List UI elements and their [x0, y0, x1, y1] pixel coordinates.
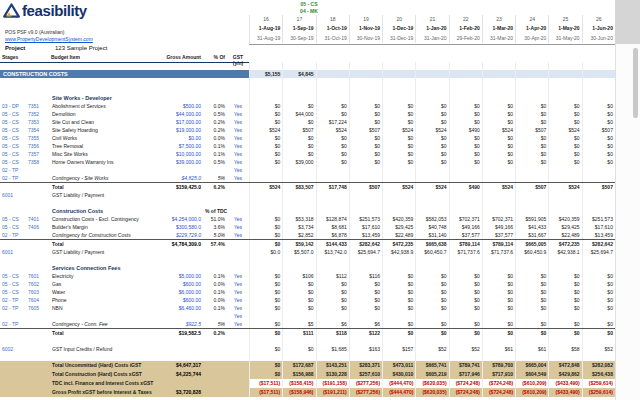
gst-cell[interactable] [227, 240, 249, 248]
gst-cell[interactable]: Yes [227, 215, 249, 223]
stage-cell[interactable] [0, 337, 26, 345]
gross-cell[interactable]: $4,784,309.0 [158, 240, 203, 248]
stage-cell[interactable]: 6001 [0, 191, 26, 199]
stage-cell[interactable]: 05 - CS [0, 118, 26, 126]
gst-cell[interactable]: Yes [227, 174, 249, 182]
code-cell[interactable] [26, 62, 50, 70]
gst-cell[interactable]: Yes [227, 223, 249, 231]
code-cell[interactable]: 7358 [26, 158, 50, 166]
code-cell[interactable]: 7604 [26, 296, 50, 304]
gross-cell[interactable] [158, 353, 203, 361]
code-cell[interactable] [26, 78, 50, 86]
stage-cell[interactable] [0, 94, 26, 102]
gst-cell[interactable]: Yes [227, 312, 249, 320]
gross-cell[interactable] [158, 62, 203, 70]
gst-cell[interactable]: Yes [227, 158, 249, 166]
stage-cell[interactable] [0, 62, 26, 70]
code-cell[interactable]: 7401 [26, 215, 50, 223]
code-cell[interactable]: 7355 [26, 134, 50, 142]
gst-cell[interactable] [227, 62, 249, 70]
code-cell[interactable] [26, 191, 50, 199]
gross-cell[interactable]: $4,647,317 [158, 361, 203, 370]
stage-cell[interactable]: 05 - CS [0, 142, 26, 150]
code-cell[interactable] [26, 199, 50, 207]
gross-cell[interactable] [158, 337, 203, 345]
gross-cell[interactable] [158, 379, 203, 388]
stage-cell[interactable]: 05 - CS [0, 110, 26, 118]
stage-cell[interactable] [0, 240, 26, 248]
code-cell[interactable]: 7351 [26, 102, 50, 110]
gst-cell[interactable] [227, 183, 249, 191]
stage-cell[interactable]: 05 - CS [0, 126, 26, 134]
stage-cell[interactable] [0, 353, 26, 361]
stage-cell[interactable]: 02 - TP [0, 231, 26, 239]
stage-cell[interactable]: 6002 [0, 345, 26, 353]
gross-cell[interactable]: $229,729.0 [158, 231, 203, 239]
gst-cell[interactable]: Yes [227, 304, 249, 312]
gst-cell[interactable]: Yes [227, 118, 249, 126]
code-cell[interactable] [26, 240, 50, 248]
stage-cell[interactable] [0, 207, 26, 215]
gst-cell[interactable] [227, 191, 249, 199]
code-cell[interactable]: 7406 [26, 223, 50, 231]
stage-cell[interactable]: 02 - TP [0, 174, 26, 182]
gross-cell[interactable] [158, 248, 203, 256]
gst-cell[interactable] [227, 199, 249, 207]
gst-cell[interactable]: Yes [227, 231, 249, 239]
gross-cell[interactable] [158, 345, 203, 353]
gross-cell[interactable]: $300,580.0 [158, 223, 203, 231]
gross-cell[interactable] [158, 86, 203, 94]
gross-cell[interactable]: $17,000.00 [158, 118, 203, 126]
gross-cell[interactable]: $39,000.00 [158, 158, 203, 166]
stage-cell[interactable]: 02 - TP [0, 320, 26, 328]
code-cell[interactable] [26, 320, 50, 328]
gross-cell[interactable]: $600.00 [158, 280, 203, 288]
code-cell[interactable] [26, 353, 50, 361]
gst-cell[interactable]: Yes [227, 150, 249, 158]
gross-cell[interactable]: $4,225,744 [158, 370, 203, 379]
stage-cell[interactable] [0, 183, 26, 191]
code-cell[interactable] [26, 370, 50, 379]
code-cell[interactable]: 7602 [26, 280, 50, 288]
gross-cell[interactable]: $6,000.00 [158, 288, 203, 296]
stage-cell[interactable]: 05 - CS [0, 158, 26, 166]
gst-cell[interactable]: Yes [227, 288, 249, 296]
gross-cell[interactable] [158, 78, 203, 86]
stage-cell[interactable]: 05 - CS [0, 150, 26, 158]
code-cell[interactable]: 7353 [26, 118, 50, 126]
code-cell[interactable] [26, 256, 50, 264]
gst-cell[interactable] [227, 345, 249, 353]
code-cell[interactable]: 7601 [26, 272, 50, 280]
code-cell[interactable]: 7603 [26, 288, 50, 296]
code-cell[interactable]: 7354 [26, 126, 50, 134]
gross-cell[interactable]: $19,582.5 [158, 329, 203, 337]
gst-cell[interactable]: Yes [227, 142, 249, 150]
stage-cell[interactable] [0, 370, 26, 379]
stage-cell[interactable]: 6001 [0, 248, 26, 256]
gross-cell[interactable]: $3,720,828 [158, 388, 203, 397]
gross-cell[interactable]: $6,460.00 [158, 304, 203, 312]
gst-cell[interactable]: Yes [227, 134, 249, 142]
stage-cell[interactable] [0, 312, 26, 320]
gst-cell[interactable]: Yes [227, 126, 249, 134]
gst-cell[interactable] [227, 379, 249, 388]
gst-cell[interactable]: Yes [227, 280, 249, 288]
gross-cell[interactable]: $19,000.00 [158, 126, 203, 134]
gross-cell[interactable]: $4,254,000.0 [158, 215, 203, 223]
stage-cell[interactable] [0, 86, 26, 94]
gross-cell[interactable]: $5,000.00 [158, 272, 203, 280]
stage-cell[interactable] [0, 256, 26, 264]
code-cell[interactable] [26, 248, 50, 256]
stage-cell[interactable] [0, 388, 26, 397]
gross-cell[interactable]: $159,425.0 [158, 183, 203, 191]
code-cell[interactable] [26, 207, 50, 215]
gst-cell[interactable] [227, 329, 249, 337]
stage-cell[interactable]: 05 - CS [0, 280, 26, 288]
code-cell[interactable] [26, 166, 50, 174]
stage-cell[interactable]: 05 - CS [0, 288, 26, 296]
gst-cell[interactable] [227, 94, 249, 102]
code-cell[interactable] [26, 174, 50, 182]
gst-cell[interactable]: Yes [227, 110, 249, 118]
code-cell[interactable] [26, 94, 50, 102]
stage-cell[interactable] [0, 361, 26, 370]
